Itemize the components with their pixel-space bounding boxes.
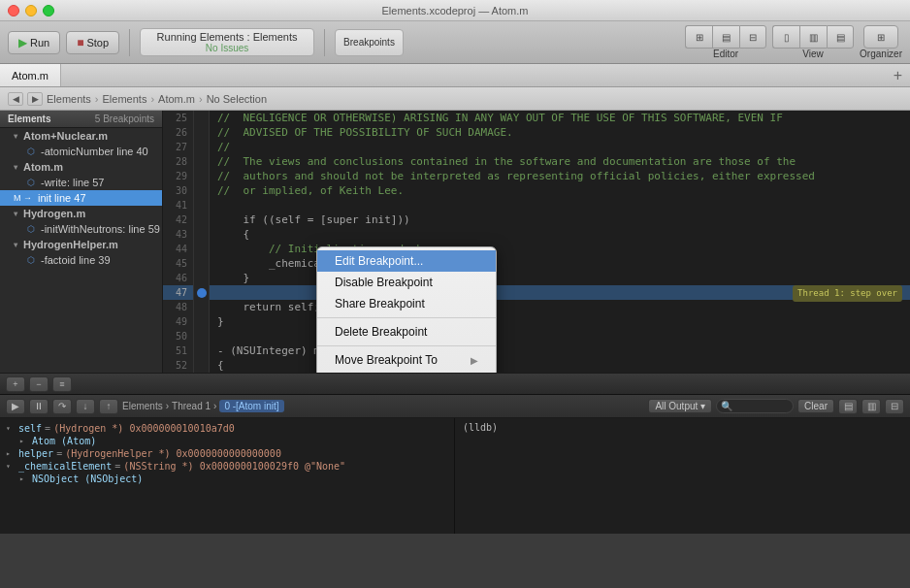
title-text: Elements.xcodeproj — Atom.m	[381, 5, 528, 16]
nav-sep-1: ›	[95, 93, 99, 105]
menu-item-share-breakpoint[interactable]: Share Breakpoint	[317, 293, 496, 314]
code-line-26: 26 // ADVISED OF THE POSSIBILITY OF SUCH…	[163, 125, 910, 140]
organizer-button[interactable]: ⊞	[863, 25, 898, 49]
sidebar-item-init[interactable]: M → init line 47	[0, 190, 162, 206]
menu-item-delete-breakpoint[interactable]: Delete Breakpoint	[317, 321, 496, 343]
nav-breadcrumb-1[interactable]: Elements	[47, 93, 91, 105]
stop-button[interactable]: ■ Stop	[66, 31, 119, 54]
title-bar: Elements.xcodeproj — Atom.m	[0, 0, 910, 21]
atom-tab[interactable]: Atom.m	[0, 64, 61, 86]
layout-icon-3[interactable]: ▤	[827, 25, 854, 49]
code-line-44: 44 // Initialization code here.	[163, 242, 910, 256]
debug-panel-btn-2[interactable]: ▥	[861, 399, 881, 414]
window-title: Elements.xcodeproj — Atom.m	[381, 5, 528, 16]
context-menu: Edit Breakpoint... Disable Breakpoint Sh…	[316, 246, 497, 373]
output-selector[interactable]: All Output ▾	[648, 399, 712, 413]
layout-icon-1[interactable]: ▯	[772, 25, 799, 49]
var-row-chemicalelement[interactable]: ▾ _chemicalElement = (NSString *) 0x0000…	[6, 460, 448, 473]
add-tab-button[interactable]: +	[886, 64, 910, 86]
code-line-49: 49 }	[163, 314, 910, 329]
sidebar-item-factoid[interactable]: ⬡ -factoid line 39	[0, 252, 162, 268]
menu-separator-2	[317, 345, 496, 346]
code-line-51: 51 - (NSUInteger) massNumber	[163, 343, 910, 358]
bp-indicator2: ⬡	[27, 178, 35, 187]
sidebar-item-hydrogenhelper[interactable]: HydrogenHelper.m	[0, 237, 162, 252]
code-editor[interactable]: 25 // NEGLIGENCE OR OTHERWISE) ARISING I…	[163, 111, 910, 373]
debug-panel-btn-3[interactable]: ⊟	[885, 399, 904, 414]
debug-toolbar: ▶ ⏸ ↷ ↓ ↑ Elements › Thread 1 › 0 -[Atom…	[0, 395, 910, 418]
console-panel[interactable]: (lldb)	[455, 418, 910, 534]
code-line-43: 43 {	[163, 227, 910, 242]
nav-back-button[interactable]: ◀	[8, 92, 23, 106]
debug-content: ▾ self = (Hydrogen *) 0x000000010010a7d0…	[0, 418, 910, 534]
menu-item-breakpoint-help[interactable]: Breakpoint Navigator Help ▶	[317, 371, 496, 373]
breakpoint-dot	[197, 288, 207, 298]
status-btn-1[interactable]: +	[6, 376, 25, 392]
expand-icon-nso: ▸	[19, 474, 29, 483]
sidebar-item-write[interactable]: ⬡ -write: line 57	[0, 175, 162, 190]
layout-icon-2[interactable]: ▥	[799, 25, 827, 49]
nav-forward-button[interactable]: ▶	[27, 92, 43, 106]
debug-btn-play[interactable]: ▶	[6, 399, 25, 414]
status-btn-2[interactable]: −	[29, 376, 49, 392]
breakpoints-button[interactable]: Breakpoints	[335, 29, 404, 56]
menu-arrow-1: ▶	[471, 355, 478, 366]
var-row-atom[interactable]: ▸ Atom (Atom)	[6, 435, 448, 447]
nav-breadcrumb-2[interactable]: Elements	[103, 93, 147, 105]
nav-breadcrumb-3[interactable]: Atom.m	[158, 93, 195, 105]
menu-item-move-breakpoint[interactable]: Move Breakpoint To ▶	[317, 349, 496, 371]
traffic-lights[interactable]	[8, 5, 54, 16]
code-line-30: 30 // or implied, of Keith Lee.	[163, 183, 910, 198]
nav-selection[interactable]: No Selection	[207, 93, 267, 105]
var-row-helper[interactable]: ▸ helper = (HydrogenHelper *) 0x00000000…	[6, 447, 448, 460]
code-line-50: 50	[163, 329, 910, 343]
bp-indicator3: ⬡	[27, 224, 35, 234]
debug-btn-step-in[interactable]: ↓	[76, 399, 95, 414]
expand-icon-helper: ▸	[6, 449, 16, 458]
minimize-button[interactable]	[25, 5, 37, 16]
sidebar-item-hydrogen[interactable]: Hydrogen.m	[0, 206, 162, 221]
sidebar-item-atomicnumber[interactable]: ⬡ -atomicNumber line 40	[0, 144, 162, 159]
sidebar-item-atomnuclear[interactable]: Atom+Nuclear.m	[0, 128, 162, 144]
file-tab-bar: Atom.m +	[0, 64, 910, 87]
var-row-self[interactable]: ▾ self = (Hydrogen *) 0x000000010010a7d0	[6, 422, 448, 435]
code-line-47: 47 Thread 1: step over	[163, 285, 910, 300]
code-line-29: 29 // authors and should not be interpre…	[163, 169, 910, 183]
editor-label: Editor	[713, 49, 738, 59]
expand-icon	[14, 132, 17, 141]
debug-panel-btn-1[interactable]: ▤	[838, 399, 858, 414]
debug-btn-pause[interactable]: ⏸	[29, 399, 49, 414]
status-bar: + − ≡	[0, 373, 910, 394]
bp-indicator: ⬡	[27, 147, 35, 156]
nav-sep-3: ›	[199, 93, 203, 105]
sidebar-item-initwithneutrons[interactable]: ⬡ -initWithNeutrons: line 59	[0, 221, 162, 237]
expand-icon-self: ▾	[6, 424, 16, 433]
code-line-25: 25 // NEGLIGENCE OR OTHERWISE) ARISING I…	[163, 111, 910, 125]
variables-panel[interactable]: ▾ self = (Hydrogen *) 0x000000010010a7d0…	[0, 418, 455, 534]
menu-item-disable-breakpoint[interactable]: Disable Breakpoint	[317, 272, 496, 293]
var-row-nsobject[interactable]: ▸ NSObject (NSObject)	[6, 473, 448, 485]
expand-icon2	[14, 163, 17, 172]
sidebar: Elements 5 Breakpoints Atom+Nuclear.m ⬡ …	[0, 111, 163, 373]
view-icon-2[interactable]: ▤	[712, 25, 739, 49]
sidebar-header: Elements 5 Breakpoints	[0, 111, 162, 128]
divider	[129, 29, 130, 56]
expand-icon3	[14, 210, 17, 218]
menu-item-edit-breakpoint[interactable]: Edit Breakpoint...	[317, 250, 496, 272]
main-area: Elements 5 Breakpoints Atom+Nuclear.m ⬡ …	[0, 111, 910, 373]
status-btn-3[interactable]: ≡	[52, 376, 72, 392]
clear-button[interactable]: Clear	[797, 399, 834, 413]
code-line-52: 52 {	[163, 358, 910, 373]
sidebar-subtitle: 5 Breakpoints	[95, 114, 154, 124]
sidebar-item-atomm[interactable]: Atom.m	[0, 159, 162, 175]
code-area: 25 // NEGLIGENCE OR OTHERWISE) ARISING I…	[163, 111, 910, 373]
debug-btn-step-out[interactable]: ↑	[99, 399, 118, 414]
code-line-46: 46 }	[163, 271, 910, 285]
view-icon-3[interactable]: ⊟	[739, 25, 766, 49]
run-button[interactable]: ▶ Run	[8, 31, 60, 54]
maximize-button[interactable]	[43, 5, 54, 16]
search-icon: 🔍	[721, 401, 732, 411]
debug-btn-step-over[interactable]: ↷	[52, 399, 72, 414]
close-button[interactable]	[8, 5, 19, 16]
view-icon-1[interactable]: ⊞	[685, 25, 712, 49]
